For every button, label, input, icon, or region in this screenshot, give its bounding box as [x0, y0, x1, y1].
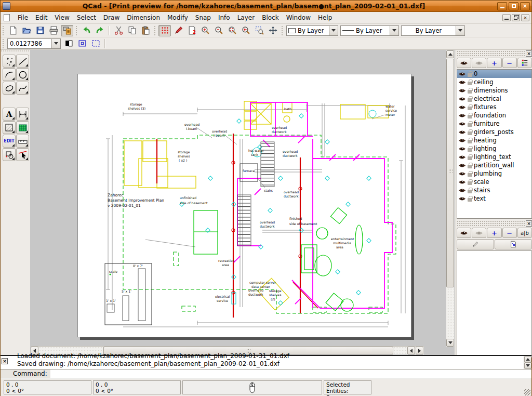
layer-lock-icon[interactable] — [468, 173, 472, 177]
log-scrollbar[interactable] — [524, 356, 531, 369]
scale-combo[interactable]: 0.0127386 — [7, 38, 61, 49]
layer-visibility-eye-icon[interactable] — [458, 196, 466, 202]
menu-select[interactable]: Select — [73, 12, 100, 23]
layer-visibility-eye-icon[interactable] — [458, 71, 466, 77]
layer-row-0[interactable]: 0 — [457, 70, 531, 78]
menu-snap[interactable]: Snap — [192, 12, 215, 23]
log-scroll-down-button[interactable] — [524, 362, 531, 369]
black-white-toggle-button[interactable] — [62, 38, 75, 49]
layer-row-plumbing[interactable]: plumbing — [457, 169, 531, 178]
layer-panel-close-button[interactable]: × — [526, 50, 532, 57]
edit-block-button[interactable] — [457, 239, 494, 249]
vertical-scroll-thumb[interactable] — [446, 59, 454, 287]
close-button[interactable]: × — [520, 2, 530, 10]
select-tool-button[interactable] — [16, 148, 29, 161]
open-file-button[interactable] — [20, 25, 33, 36]
line-tool-button[interactable] — [16, 55, 29, 68]
layer-row-partition_wall[interactable]: partition_wall — [457, 161, 531, 169]
points-tool-button[interactable] — [3, 55, 16, 68]
menu-window[interactable]: Window — [283, 12, 314, 23]
zoom-auto-button[interactable] — [226, 25, 238, 36]
insert-block-button[interactable] — [495, 239, 532, 249]
canvas-vertical-scrollbar[interactable] — [446, 50, 454, 347]
layer-row-dimensions[interactable]: dimensions — [457, 86, 531, 95]
menu-info[interactable]: Info — [215, 12, 234, 23]
layer-visibility-eye-icon[interactable] — [458, 113, 466, 118]
zoom-in-button[interactable] — [199, 25, 211, 36]
layer-row-heating[interactable]: heating — [457, 136, 531, 144]
scroll-up-button[interactable] — [446, 50, 454, 58]
block-panel-handle[interactable]: × — [457, 220, 532, 227]
layer-lock-icon[interactable] — [468, 123, 472, 127]
log-close-button[interactable]: × — [2, 358, 8, 364]
layer-lock-icon[interactable] — [468, 73, 472, 77]
rename-block-button[interactable]: a|b — [517, 228, 532, 238]
layer-visibility-eye-icon[interactable] — [458, 146, 466, 152]
zoom-previous-button[interactable] — [240, 25, 252, 36]
linewidth-combo-arrow[interactable] — [390, 26, 398, 35]
grid-toggle-button[interactable] — [158, 25, 171, 36]
layer-lock-icon[interactable] — [468, 140, 472, 143]
menu-edit[interactable]: Edit — [32, 12, 51, 23]
scroll-down-button[interactable] — [446, 339, 454, 347]
block-panel-close-button[interactable]: × — [526, 220, 532, 227]
zoom-out-button[interactable] — [212, 25, 225, 36]
menu-layer[interactable]: Layer — [234, 12, 258, 23]
layer-visibility-eye-icon[interactable] — [458, 138, 466, 143]
layer-row-foundation[interactable]: foundation — [457, 111, 531, 120]
layer-visibility-eye-icon[interactable] — [458, 179, 466, 185]
pan-button[interactable] — [267, 25, 279, 36]
mdi-document-icon[interactable] — [4, 14, 10, 21]
zoom-window-button[interactable] — [253, 25, 265, 36]
save-button[interactable] — [34, 25, 46, 36]
mdi-restore-button[interactable] — [512, 14, 520, 21]
layer-lock-icon[interactable] — [468, 198, 472, 202]
minimize-button[interactable] — [497, 2, 507, 10]
layer-visibility-eye-icon[interactable] — [458, 171, 466, 177]
layer-lock-icon[interactable] — [468, 148, 472, 152]
redraw-button[interactable]: 2 — [185, 25, 198, 36]
print-preview-button[interactable] — [61, 25, 73, 36]
layer-row-scale[interactable]: scale — [457, 178, 531, 186]
toolbar-handle[interactable] — [281, 25, 284, 36]
layer-lock-icon[interactable] — [468, 131, 472, 135]
layer-row-girders_posts[interactable]: girders_posts — [457, 128, 531, 136]
hide-all-layers-button[interactable] — [472, 58, 486, 68]
window-resize-grip[interactable] — [524, 389, 530, 395]
ellipse-tool-button[interactable] — [3, 82, 16, 95]
layer-visibility-eye-icon[interactable] — [458, 121, 466, 127]
layer-visibility-eye-icon[interactable] — [458, 163, 466, 168]
circle-tool-button[interactable] — [16, 68, 29, 81]
spline-tool-button[interactable] — [16, 82, 29, 95]
menu-block[interactable]: Block — [258, 12, 282, 23]
layer-row-lighting_text[interactable]: lighting_text — [457, 153, 531, 161]
menu-file[interactable]: File — [14, 12, 32, 23]
layer-row-fixtures[interactable]: fixtures — [457, 103, 531, 111]
measure-tool-button[interactable] — [16, 135, 29, 148]
blocks-tool-button[interactable] — [3, 148, 16, 161]
print-button[interactable] — [47, 25, 60, 36]
menu-dimension[interactable]: Dimension — [123, 12, 164, 23]
command-input[interactable] — [50, 369, 531, 378]
layer-visibility-eye-icon[interactable] — [458, 80, 466, 85]
show-all-blocks-button[interactable] — [457, 228, 471, 238]
linestyle-combo[interactable]: By Layer — [401, 25, 465, 36]
scale-combo-arrow[interactable] — [51, 39, 60, 48]
title-bar[interactable]: QCad - [Print preview for /home/kzahorec… — [1, 1, 531, 12]
layer-lock-icon[interactable] — [468, 107, 472, 110]
mdi-minimize-button[interactable] — [502, 14, 511, 21]
layer-row-electrical[interactable]: electrical — [457, 95, 531, 103]
remove-block-button[interactable]: − — [502, 228, 517, 238]
center-plot-button[interactable] — [76, 38, 88, 49]
remove-layer-button[interactable]: − — [502, 58, 517, 68]
layer-lock-icon[interactable] — [468, 156, 472, 160]
layer-row-ceiling[interactable]: ceiling — [457, 78, 531, 86]
show-all-layers-button[interactable] — [457, 58, 471, 68]
toolbar-handle[interactable] — [75, 25, 78, 36]
menu-help[interactable]: Help — [314, 12, 336, 23]
layer-attributes-button[interactable] — [517, 58, 532, 68]
layer-row-furniture[interactable]: furniture — [457, 120, 531, 128]
layer-visibility-eye-icon[interactable] — [458, 104, 466, 110]
layer-lock-icon[interactable] — [468, 181, 472, 185]
new-file-button[interactable] — [7, 25, 19, 36]
